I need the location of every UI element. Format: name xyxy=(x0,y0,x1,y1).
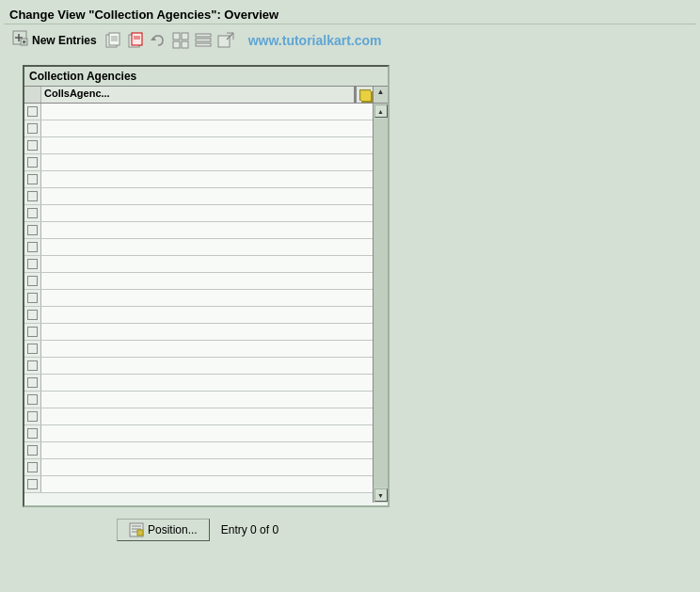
row-data-cell xyxy=(41,137,373,153)
row-data-cell xyxy=(41,425,373,441)
scroll-down-button[interactable]: ▼ xyxy=(374,488,388,502)
sort-symbol xyxy=(359,89,371,101)
table-row[interactable] xyxy=(24,273,373,290)
table-row[interactable] xyxy=(24,324,373,341)
row-checkbox[interactable] xyxy=(27,191,38,201)
row-data-cell xyxy=(41,324,373,340)
row-checkbox[interactable] xyxy=(27,394,38,405)
row-checkbox-cell xyxy=(24,104,41,120)
entry-info: Entry 0 of 0 xyxy=(221,523,278,536)
undo-icon[interactable] xyxy=(149,31,167,50)
list-view-icon[interactable] xyxy=(194,31,213,50)
table-row[interactable] xyxy=(24,290,373,307)
table-row[interactable] xyxy=(24,442,373,459)
row-checkbox-cell xyxy=(24,222,41,238)
delete-rows-icon[interactable] xyxy=(126,31,145,50)
row-checkbox-cell xyxy=(24,290,41,306)
row-checkbox-cell xyxy=(24,392,41,408)
copy-rows-icon[interactable] xyxy=(103,31,122,50)
row-data-cell xyxy=(41,239,373,255)
row-data-cell xyxy=(41,341,373,357)
scroll-track xyxy=(374,119,388,488)
table-row[interactable] xyxy=(24,408,373,425)
row-checkbox[interactable] xyxy=(27,344,38,354)
table-row[interactable] xyxy=(24,120,373,137)
row-data-cell xyxy=(41,307,373,323)
table-row[interactable] xyxy=(24,205,373,222)
row-checkbox[interactable] xyxy=(27,276,38,286)
main-window: Change View "Collection Agencies": Overv… xyxy=(0,0,700,592)
row-checkbox[interactable] xyxy=(27,360,38,371)
table-rows xyxy=(24,104,373,493)
row-checkbox[interactable] xyxy=(27,293,38,303)
vertical-scrollbar[interactable]: ▲ ▼ xyxy=(373,104,388,503)
row-checkbox[interactable] xyxy=(27,174,38,184)
row-checkbox-cell xyxy=(24,408,41,424)
row-checkbox[interactable] xyxy=(27,225,38,235)
table-row[interactable] xyxy=(24,459,373,476)
svg-rect-7 xyxy=(109,33,119,45)
row-checkbox[interactable] xyxy=(27,259,38,269)
scroll-up-arrow[interactable]: ▲ xyxy=(373,87,388,103)
row-data-cell xyxy=(41,476,373,492)
row-checkbox[interactable] xyxy=(27,327,38,337)
table-row[interactable] xyxy=(24,188,373,205)
row-checkbox[interactable] xyxy=(27,445,38,456)
table-row[interactable] xyxy=(24,307,373,324)
row-data-cell xyxy=(41,392,373,408)
position-button[interactable]: Position... xyxy=(117,519,210,541)
row-checkbox[interactable] xyxy=(27,123,38,134)
table-row[interactable] xyxy=(24,358,373,375)
table-row[interactable] xyxy=(24,222,373,239)
row-data-cell xyxy=(41,222,373,238)
column-header-row: CollsAgenc... ▲ xyxy=(24,87,388,104)
row-checkbox[interactable] xyxy=(27,377,38,388)
svg-rect-20 xyxy=(196,34,211,37)
content-area: Collection Agencies CollsAgenc... ▲ xyxy=(4,59,696,547)
row-checkbox[interactable] xyxy=(27,462,38,472)
row-checkbox[interactable] xyxy=(27,140,38,151)
grid-view-icon[interactable] xyxy=(171,31,190,50)
row-checkbox[interactable] xyxy=(27,242,38,252)
table-row[interactable] xyxy=(24,256,373,273)
table-row[interactable] xyxy=(24,154,373,171)
table-row[interactable] xyxy=(24,476,373,493)
row-data-cell xyxy=(41,290,373,306)
table-row[interactable] xyxy=(24,137,373,154)
table-row[interactable] xyxy=(24,171,373,188)
row-checkbox-cell xyxy=(24,137,41,153)
row-checkbox[interactable] xyxy=(27,428,38,439)
row-data-cell xyxy=(41,459,373,475)
row-checkbox[interactable] xyxy=(27,310,38,320)
row-checkbox[interactable] xyxy=(27,106,38,117)
column-header-label: CollsAgenc... xyxy=(41,87,356,103)
row-data-cell xyxy=(41,358,373,374)
row-data-cell xyxy=(41,256,373,272)
toolbar: New Entries xyxy=(4,26,696,54)
table-row[interactable] xyxy=(24,425,373,442)
svg-rect-16 xyxy=(173,33,180,40)
row-checkbox-cell xyxy=(24,341,41,357)
row-checkbox[interactable] xyxy=(27,411,38,422)
export-icon[interactable] xyxy=(216,31,235,50)
watermark: www.tutorialkart.com xyxy=(248,33,382,48)
table-row[interactable] xyxy=(24,104,373,120)
table-row[interactable] xyxy=(24,341,373,358)
row-data-cell xyxy=(41,188,373,204)
table-row[interactable] xyxy=(24,375,373,392)
svg-rect-17 xyxy=(182,33,188,40)
row-data-cell xyxy=(41,205,373,221)
sort-icon[interactable] xyxy=(356,87,373,103)
row-checkbox[interactable] xyxy=(27,208,38,218)
position-label: Position... xyxy=(148,523,198,536)
table-row[interactable] xyxy=(24,239,373,256)
row-checkbox-cell xyxy=(24,307,41,323)
data-rows-container xyxy=(24,104,373,503)
table-container: Collection Agencies CollsAgenc... ▲ xyxy=(23,65,390,507)
new-entries-button[interactable]: New Entries xyxy=(9,29,100,51)
row-checkbox[interactable] xyxy=(27,479,38,489)
scroll-up-button[interactable]: ▲ xyxy=(374,104,388,118)
row-checkbox-cell xyxy=(24,476,41,492)
row-checkbox[interactable] xyxy=(27,157,38,168)
table-row[interactable] xyxy=(24,392,373,408)
